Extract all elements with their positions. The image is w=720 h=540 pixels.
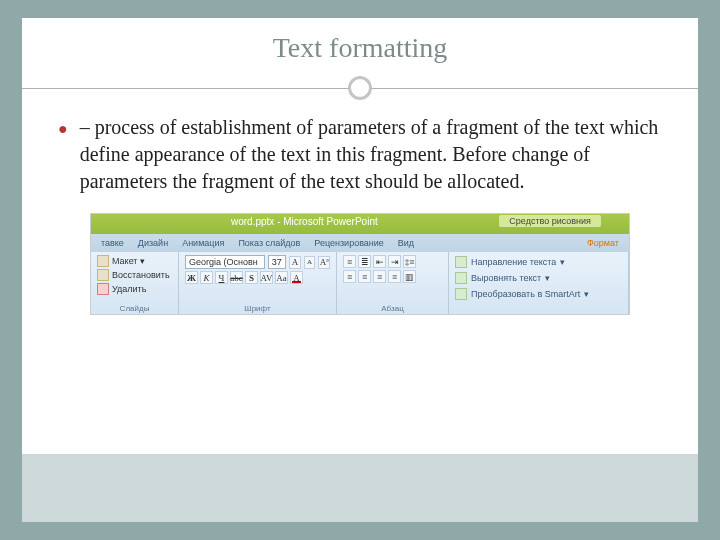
decrease-indent-button[interactable]: ⇤	[373, 255, 386, 268]
reset-button[interactable]: Восстановить	[112, 270, 170, 280]
tab-design[interactable]: Дизайн	[138, 238, 168, 248]
text-direction-button[interactable]: Направление текста	[471, 257, 556, 267]
bullets-button[interactable]: ≡	[343, 255, 356, 268]
document-title: word.pptx - Microsoft PowerPoint	[231, 216, 378, 227]
shadow-button[interactable]: S	[245, 271, 258, 284]
tab-animation[interactable]: Анимация	[182, 238, 224, 248]
char-spacing-button[interactable]: AV	[260, 271, 273, 284]
increase-indent-button[interactable]: ⇥	[388, 255, 401, 268]
underline-button[interactable]: Ч	[215, 271, 228, 284]
strikethrough-button[interactable]: abc	[230, 271, 243, 284]
group-slides-label: Слайды	[97, 304, 172, 313]
tab-view[interactable]: Вид	[398, 238, 414, 248]
justify-button[interactable]: ≡	[388, 270, 401, 283]
numbering-button[interactable]: ≣	[358, 255, 371, 268]
tab-format[interactable]: Формат	[587, 238, 619, 248]
bullet-icon: ●	[58, 120, 68, 138]
align-text-button[interactable]: Выровнять текст	[471, 273, 541, 283]
body-text: – process of establishment of parameters…	[80, 114, 662, 195]
align-text-icon	[455, 272, 467, 284]
bottom-band	[22, 454, 698, 522]
ribbon-titlebar: word.pptx - Microsoft PowerPoint Средств…	[91, 214, 629, 234]
font-name-dropdown[interactable]: Georgia (Основн	[185, 255, 265, 269]
italic-button[interactable]: К	[200, 271, 213, 284]
grow-font-button[interactable]: A	[289, 256, 301, 269]
font-color-button[interactable]: A	[290, 271, 303, 284]
group-font: Georgia (Основн 37 A A Aª Ж К Ч abc S	[179, 252, 337, 314]
tab-insert[interactable]: тавке	[101, 238, 124, 248]
delete-icon	[97, 283, 109, 295]
font-size-dropdown[interactable]: 37	[268, 255, 286, 269]
align-left-button[interactable]: ≡	[343, 270, 356, 283]
group-slides: Макет ▾ Восстановить Удалить Слайды	[91, 252, 179, 314]
ribbon-tabs: тавке Дизайн Анимация Показ слайдов Реце…	[91, 234, 629, 252]
align-center-button[interactable]: ≡	[358, 270, 371, 283]
group-font-label: Шрифт	[185, 304, 330, 313]
tab-review[interactable]: Рецензирование	[314, 238, 384, 248]
columns-button[interactable]: ▥	[403, 270, 416, 283]
ribbon-screenshot: word.pptx - Microsoft PowerPoint Средств…	[90, 213, 630, 315]
title-area: Text formatting	[22, 18, 698, 104]
slide-card: Text formatting ● – process of establish…	[22, 18, 698, 522]
text-direction-icon	[455, 256, 467, 268]
content-area: ● – process of establishment of paramete…	[22, 104, 698, 315]
divider-circle-icon	[348, 76, 372, 100]
group-text-options-label	[455, 304, 622, 313]
clear-format-button[interactable]: Aa	[275, 271, 288, 284]
group-text-options: Направление текста ▾ Выровнять текст ▾ П…	[449, 252, 629, 314]
layout-icon	[97, 255, 109, 267]
contextual-tab-label: Средство рисовния	[499, 215, 601, 227]
slide-title: Text formatting	[22, 32, 698, 64]
reset-icon	[97, 269, 109, 281]
convert-smartart-button[interactable]: Преобразовать в SmartArt	[471, 289, 580, 299]
change-case-button[interactable]: Aª	[318, 256, 330, 269]
line-spacing-button[interactable]: ‡≡	[403, 255, 416, 268]
ribbon-body: Макет ▾ Восстановить Удалить Слайды Geor…	[91, 252, 629, 314]
group-paragraph: ≡ ≣ ⇤ ⇥ ‡≡ ≡ ≡ ≡ ≡ ▥	[337, 252, 449, 314]
layout-button[interactable]: Макет	[112, 256, 137, 266]
title-divider	[22, 72, 698, 104]
bold-button[interactable]: Ж	[185, 271, 198, 284]
bullet-item: ● – process of establishment of paramete…	[58, 114, 662, 195]
tab-slideshow[interactable]: Показ слайдов	[238, 238, 300, 248]
shrink-font-button[interactable]: A	[304, 256, 316, 269]
align-right-button[interactable]: ≡	[373, 270, 386, 283]
smartart-icon	[455, 288, 467, 300]
delete-button[interactable]: Удалить	[112, 284, 146, 294]
group-paragraph-label: Абзац	[343, 304, 442, 313]
